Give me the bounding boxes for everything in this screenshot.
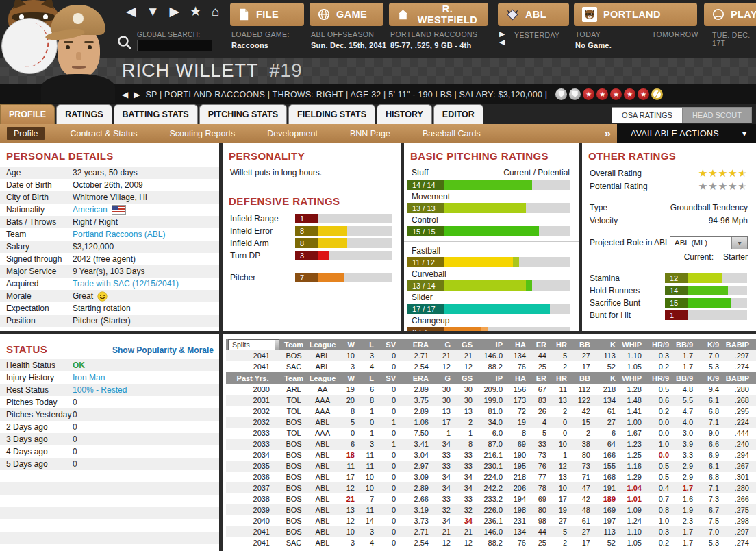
stats-col-era[interactable]: ERA <box>399 372 431 384</box>
stats-col-hr[interactable]: HR <box>549 372 570 384</box>
nav-back-icon[interactable]: ◀ <box>126 3 136 21</box>
nav-dropdown-icon[interactable]: ▼ <box>147 3 160 21</box>
stats-col-g[interactable]: G <box>431 339 453 350</box>
stats-col-l[interactable]: L <box>357 339 377 350</box>
stats-col-bb[interactable]: BB <box>570 372 593 384</box>
detail-value[interactable]: October 26th, 2009 <box>73 180 143 190</box>
show-popularity-link[interactable]: Show Popularity & Morale <box>112 345 214 355</box>
sub-tab[interactable]: Contract & Status <box>63 127 144 140</box>
stats-row-2038-BOS[interactable]: 2038BOSABL21702.663333233.21946917421891… <box>226 493 756 504</box>
stats-row-2032-TOL[interactable]: 2032TOLAAA8102.89131381.07226242611.410.… <box>226 406 756 417</box>
stats-col-k-9[interactable]: K/9 <box>696 372 722 384</box>
stats-row-2041-BOS[interactable]: 2041BOSABL10302.712121146.0134445271131.… <box>226 350 756 361</box>
stats-col-league[interactable]: League <box>308 372 337 384</box>
main-tab[interactable]: PITCHING STATS <box>199 104 287 124</box>
stats-col-sv[interactable]: SV <box>377 339 399 350</box>
play-button[interactable]: PLAY <box>704 3 756 26</box>
projected-role-dropdown[interactable]: ABL (ML) ▾ <box>670 236 748 249</box>
main-tab[interactable]: PROFILE <box>0 104 55 124</box>
sub-tab[interactable]: Profile <box>7 127 45 140</box>
detail-value[interactable]: Whitmore Village, HI <box>73 193 147 202</box>
stats-past-years-header[interactable]: Past Yrs. <box>226 372 279 384</box>
stats-col-league[interactable]: League <box>308 339 337 350</box>
detail-value[interactable]: Pitcher (Starter) <box>73 316 131 326</box>
main-tab[interactable]: FIELDING STATS <box>288 104 375 124</box>
stats-col-w[interactable]: W <box>337 372 357 384</box>
stats-col-bb-9[interactable]: BB/9 <box>672 339 696 350</box>
stats-col-babip[interactable]: BABIP <box>722 339 752 350</box>
stats-col-whip[interactable]: WHIP <box>618 339 644 350</box>
detail-value[interactable]: Great <box>73 291 93 301</box>
nav-favorites-icon[interactable]: ★ <box>190 3 201 21</box>
stats-col-hr-9[interactable]: HR/9 <box>644 339 672 350</box>
stats-row-2041-SAC[interactable]: 2041SACABL3402.54121288.27625217521.050.… <box>226 537 756 548</box>
detail-value[interactable]: Right / Right <box>73 217 118 227</box>
sub-tab[interactable]: BNN Page <box>343 127 397 140</box>
stats-col-er[interactable]: ER <box>529 339 549 350</box>
stats-row-2041-SAC[interactable]: 2041SACABL3402.54121288.27625217521.050.… <box>226 361 756 372</box>
next-player-arrow[interactable]: ▶ <box>134 90 140 99</box>
stats-col-bb-9[interactable]: BB/9 <box>672 372 696 384</box>
stats-row-2040-BOS[interactable]: 2040BOSABL121403.733434236.1231982761197… <box>226 515 756 526</box>
stats-col-ip[interactable]: IP <box>475 372 505 384</box>
stats-row-2033-BOS[interactable]: 2033BOSABL6313.4134887.069331038641.231.… <box>226 439 756 450</box>
stats-col-ha[interactable]: HA <box>505 372 529 384</box>
stats-col-hr[interactable]: HR <box>549 339 570 350</box>
stats-row-2030-ARL[interactable]: 2030ARLAA19602.893030209.015667111122181… <box>226 384 756 395</box>
stats-col-g[interactable]: G <box>431 372 453 384</box>
available-actions-button[interactable]: AVAILABLE ACTIONS ▾ <box>617 124 756 143</box>
stats-col-bb[interactable]: BB <box>570 339 593 350</box>
main-tab[interactable]: BATTING STATS <box>114 104 198 124</box>
stats-col-team[interactable]: Team <box>279 372 308 384</box>
team-button[interactable]: PORTLAND <box>574 3 697 26</box>
stats-col-gs[interactable]: GS <box>453 339 475 350</box>
stats-splits-header[interactable]: Splits▾ <box>226 339 279 350</box>
stats-col-team[interactable]: Team <box>279 339 308 350</box>
stats-col-era-[interactable]: ERA+ <box>752 339 756 350</box>
stats-row-2033-TOL[interactable]: 2033TOLAAA0107.50116.0850261.670.03.09.0… <box>226 428 756 439</box>
stats-col-er[interactable]: ER <box>529 372 549 384</box>
sub-tab[interactable]: Baseball Cards <box>416 127 488 140</box>
stats-row-2036-BOS[interactable]: 2036BOSABL171003.093434224.0218771371168… <box>226 472 756 482</box>
stats-col-k[interactable]: K <box>593 372 618 384</box>
stats-col-sv[interactable]: SV <box>377 372 399 384</box>
day-forward-arrow[interactable]: ▶ <box>499 30 505 37</box>
stats-row-2039-BOS[interactable]: 2039BOSABL131103.193232226.0198801948169… <box>226 504 756 515</box>
stats-col-ha[interactable]: HA <box>505 339 529 350</box>
prev-player-arrow[interactable]: ◀ <box>122 90 128 99</box>
sub-tab[interactable]: Development <box>260 127 325 140</box>
splits-dropdown[interactable]: Splits▾ <box>228 339 279 350</box>
detail-value[interactable]: American <box>73 205 108 215</box>
head-scout-button[interactable]: HEAD SCOUT <box>683 107 752 123</box>
stats-col-gs[interactable]: GS <box>453 372 475 384</box>
stats-col-whip[interactable]: WHIP <box>618 372 644 384</box>
osa-ratings-button[interactable]: OSA RATINGS <box>612 107 683 123</box>
stats-row-2032-BOS[interactable]: 2032BOSABL5011.0617234.0194015271.000.04… <box>226 417 756 428</box>
stats-row-2041-BOS[interactable]: 2041BOSABL10302.712121146.0134445271131.… <box>226 526 756 537</box>
sub-tab[interactable]: Scouting Reports <box>162 127 242 140</box>
day-back-arrow[interactable]: ◀ <box>499 38 505 45</box>
stats-row-2031-TOL[interactable]: 2031TOLAAA20803.753030199.01738313122134… <box>226 395 756 406</box>
stats-row-2037-BOS[interactable]: 2037BOSABL121002.893434242.2206781047191… <box>226 482 756 493</box>
detail-value[interactable]: Portland Raccoons (ABL) <box>73 230 165 239</box>
nav-forward-icon[interactable]: ▶ <box>169 3 179 21</box>
stats-col-era-[interactable]: ERA+ <box>752 372 756 384</box>
global-search-input[interactable] <box>137 40 212 51</box>
league-button[interactable]: ABL <box>498 3 569 26</box>
detail-value[interactable]: 32 years, 50 days <box>73 168 138 177</box>
nav-home-icon[interactable]: ⌂ <box>212 3 219 21</box>
stats-row-2035-BOS[interactable]: 2035BOSABL111102.973333230.1195761273155… <box>226 461 756 472</box>
detail-value[interactable]: 9 Year(s), 103 Days <box>73 267 144 276</box>
stats-col-k[interactable]: K <box>593 339 618 350</box>
main-tab[interactable]: RATINGS <box>56 104 112 124</box>
detail-value[interactable]: $3,120,000 <box>73 242 114 252</box>
stats-col-hr-9[interactable]: HR/9 <box>644 372 672 384</box>
stats-col-ip[interactable]: IP <box>475 339 505 350</box>
main-tab[interactable]: EDITOR <box>433 104 483 124</box>
stats-col-era[interactable]: ERA <box>399 339 431 350</box>
stats-row-2034-BOS[interactable]: 2034BOSABL181103.043333216.1190731801661… <box>226 450 756 461</box>
file-button[interactable]: FILE <box>230 3 304 26</box>
main-tab[interactable]: HISTORY <box>377 104 432 124</box>
detail-value[interactable]: Trade with SAC (12/15/2041) <box>73 279 179 289</box>
stats-col-babip[interactable]: BABIP <box>722 372 752 384</box>
